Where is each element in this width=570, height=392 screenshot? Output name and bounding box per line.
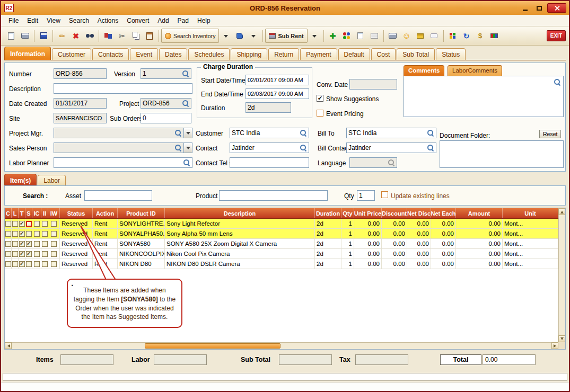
tab-sub-total[interactable]: Sub Total — [397, 48, 435, 60]
minimize-button[interactable] — [519, 3, 531, 13]
title-bar[interactable]: R2 ORD-856 Reservation — [1, 1, 569, 15]
paste-button[interactable] — [143, 29, 156, 43]
row-checkbox[interactable] — [42, 241, 48, 247]
asset-input[interactable] — [84, 190, 152, 201]
row-checkbox[interactable] — [12, 251, 18, 257]
sub-rent-button[interactable]: Sub Rent — [265, 29, 307, 43]
row-checkbox[interactable] — [34, 221, 40, 227]
scroll-up-button[interactable] — [558, 208, 565, 215]
edit-note-button[interactable] — [354, 29, 367, 43]
search-inventory-dropdown[interactable] — [219, 29, 233, 43]
tab-payment[interactable]: Payment — [300, 48, 337, 60]
tab-comments[interactable]: Comments — [404, 65, 444, 76]
row-checkbox[interactable]: ✔ — [19, 241, 25, 247]
row-checkbox[interactable] — [26, 231, 32, 237]
row-checkbox[interactable] — [5, 221, 11, 227]
row-checkbox[interactable]: ✔ — [19, 231, 25, 237]
close-button[interactable] — [547, 3, 566, 13]
project-field[interactable]: ORD-856 — [141, 98, 191, 109]
quick-pick-dropdown[interactable] — [247, 29, 260, 43]
horizontal-scroll-thumb[interactable] — [145, 343, 280, 349]
tab-labor-comments[interactable]: LaborComments — [448, 65, 502, 76]
duration-field[interactable]: 2d — [245, 102, 291, 113]
bill-to-lookup-icon[interactable] — [427, 129, 434, 137]
labor-planner-lookup-icon[interactable] — [183, 159, 190, 166]
row-checkbox[interactable] — [26, 261, 32, 267]
scroll-right-button[interactable] — [551, 342, 558, 349]
labor-planner-field[interactable] — [54, 157, 192, 168]
project-lookup-icon[interactable] — [182, 100, 189, 107]
menu-item-view[interactable]: View — [42, 16, 65, 25]
row-checkbox[interactable] — [5, 251, 11, 257]
reset-button[interactable]: Reset — [539, 130, 561, 138]
save-button[interactable] — [37, 29, 50, 43]
convert-button[interactable] — [101, 29, 115, 43]
row-checkbox[interactable] — [26, 221, 32, 227]
find-button[interactable] — [83, 29, 97, 43]
smiley-button[interactable]: ☺ — [400, 29, 414, 43]
row-checkbox[interactable] — [34, 261, 40, 267]
row-checkbox[interactable]: ✔ — [19, 251, 25, 257]
project-mgr-lookup-icon[interactable] — [174, 129, 182, 137]
delete-button[interactable]: ✖ — [69, 29, 83, 43]
menu-item-add[interactable]: Add — [153, 16, 173, 25]
sub-rent-dropdown[interactable] — [308, 29, 321, 43]
copy-button[interactable] — [129, 29, 143, 43]
row-checkbox[interactable] — [12, 231, 18, 237]
tab-information[interactable]: Information — [4, 47, 51, 60]
row-checkbox[interactable]: ✔ — [19, 261, 25, 267]
event-pricing-checkbox[interactable] — [317, 110, 323, 117]
refresh-button[interactable]: ↻ — [460, 29, 473, 43]
language-field[interactable] — [349, 157, 397, 168]
row-checkbox[interactable] — [51, 261, 57, 267]
show-suggestions-checkbox[interactable]: ✔ — [317, 95, 323, 102]
row-checkbox[interactable]: ✔ — [26, 251, 32, 257]
table-row[interactable]: ✔✔ReservedRentNIKONCOOLPIXNikon Cool Pix… — [5, 249, 558, 259]
maximize-button[interactable] — [533, 3, 546, 13]
row-checkbox[interactable] — [5, 261, 11, 267]
tab-default[interactable]: Default — [338, 48, 370, 60]
row-checkbox[interactable] — [12, 241, 18, 247]
exit-button[interactable]: EXIT — [547, 30, 566, 41]
tab-cost[interactable]: Cost — [371, 48, 396, 60]
tab-dates[interactable]: Dates — [159, 48, 187, 60]
date-created-field[interactable]: 01/31/2017 — [54, 98, 107, 109]
row-checkbox[interactable] — [51, 221, 57, 227]
menu-item-file[interactable]: File — [4, 16, 23, 25]
table-row[interactable]: ✔✔ReservedRentSONYA580SONY A580 25X Zoom… — [5, 239, 558, 249]
row-checkbox[interactable]: ✔ — [26, 241, 32, 247]
tab-return[interactable]: Return — [268, 48, 299, 60]
row-checkbox[interactable] — [5, 241, 11, 247]
row-checkbox[interactable] — [42, 231, 48, 237]
row-checkbox[interactable] — [51, 231, 57, 237]
row-checkbox[interactable]: ✔ — [19, 221, 25, 227]
row-checkbox[interactable] — [34, 231, 40, 237]
menu-item-pad[interactable]: Pad — [173, 16, 193, 25]
delivery-button[interactable] — [487, 29, 501, 43]
sub-orders-field[interactable]: 0 — [141, 113, 191, 123]
menu-item-convert[interactable]: Convert — [122, 16, 153, 25]
tab-shipping[interactable]: Shipping — [231, 48, 267, 60]
contact-lookup-icon[interactable] — [300, 144, 307, 152]
row-checkbox[interactable] — [12, 261, 18, 267]
money-button[interactable]: $ — [473, 29, 487, 43]
tab-items[interactable]: Item(s) — [4, 174, 37, 185]
vertical-scrollbar[interactable] — [558, 208, 565, 342]
version-lookup-icon[interactable] — [182, 70, 189, 77]
add-item-button[interactable]: ✚ — [326, 29, 340, 43]
eraser-button[interactable] — [427, 29, 441, 43]
row-checkbox[interactable] — [42, 221, 48, 227]
horizontal-scrollbar[interactable] — [5, 342, 558, 349]
scroll-down-button[interactable] — [558, 335, 565, 342]
print-button[interactable] — [18, 29, 32, 43]
end-date-field[interactable]: 02/03/2017 09:00 AM — [245, 88, 309, 99]
schedule-grid-button[interactable] — [367, 29, 381, 43]
menu-item-search[interactable]: Search — [65, 16, 93, 25]
table-row[interactable]: ✔ReservedRentSONYALPHA50...Sony Alpha 50… — [5, 229, 558, 239]
bill-to-field[interactable]: STC India — [346, 128, 436, 138]
row-checkbox[interactable] — [34, 241, 40, 247]
menu-item-help[interactable]: Help — [193, 16, 215, 25]
row-checkbox[interactable] — [42, 261, 48, 267]
availability-button[interactable] — [340, 29, 354, 43]
sales-person-field[interactable] — [54, 142, 184, 153]
